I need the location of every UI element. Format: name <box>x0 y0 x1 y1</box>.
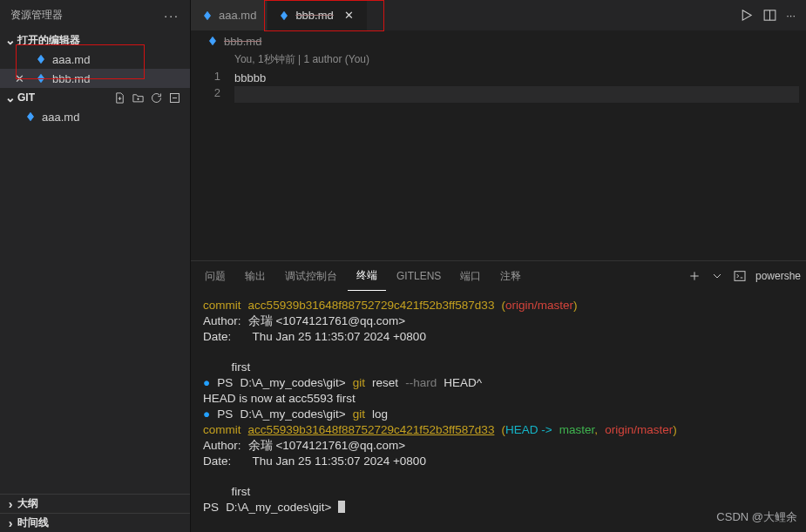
code-line <box>234 86 799 103</box>
explorer-more-icon[interactable]: ··· <box>164 9 179 23</box>
panel-tab-ports[interactable]: 端口 <box>451 261 490 291</box>
open-editor-item[interactable]: aaa.md <box>0 50 190 69</box>
editor-area: aaa.md bbb.md ✕ ··· bbb.md <box>191 0 806 532</box>
git-section[interactable]: ⌄ GIT <box>0 88 190 107</box>
collapse-icon[interactable] <box>168 91 181 104</box>
shell-name[interactable]: powershe <box>755 270 801 282</box>
panel-tab-problems[interactable]: 问题 <box>196 261 234 291</box>
explorer-sidebar: 资源管理器 ··· ⌄ 打开的编辑器 aaa.md ✕ bbb.md ⌄ GIT <box>0 0 191 532</box>
run-icon[interactable] <box>739 8 754 23</box>
code-line: bbbbb <box>234 70 799 86</box>
close-icon[interactable]: ✕ <box>12 71 26 85</box>
panel-tab-gitlens[interactable]: GITLENS <box>388 261 450 291</box>
outline-section[interactable]: › 大纲 <box>0 494 190 513</box>
file-icon <box>35 53 47 65</box>
codelens[interactable]: You, 1秒钟前 | 1 author (You) <box>234 51 799 68</box>
chevron-down-icon[interactable] <box>710 269 724 283</box>
new-terminal-icon[interactable] <box>687 269 701 283</box>
chevron-down-icon: ⌄ <box>3 91 17 104</box>
chevron-right-icon: › <box>3 497 17 511</box>
panel-tab-debug[interactable]: 调试控制台 <box>276 261 346 291</box>
file-name: aaa.md <box>42 111 79 124</box>
terminal-output[interactable]: commit acc55939b31648f88752729c421f52b3f… <box>191 291 806 532</box>
terminal-cursor <box>338 501 345 513</box>
split-editor-icon[interactable] <box>762 8 777 23</box>
open-editors-section[interactable]: ⌄ 打开的编辑器 <box>0 30 190 50</box>
chevron-down-icon: ⌄ <box>3 33 17 47</box>
file-icon <box>278 10 290 22</box>
breadcrumb[interactable]: bbb.md <box>191 30 806 51</box>
editor-tab[interactable]: bbb.md ✕ <box>268 0 367 30</box>
line-gutter: 1 2 <box>191 51 234 260</box>
file-icon <box>35 72 47 84</box>
file-icon <box>207 35 219 47</box>
editor-tab[interactable]: aaa.md <box>191 0 268 30</box>
svg-rect-2 <box>735 272 745 281</box>
tab-bar: aaa.md bbb.md ✕ ··· <box>191 0 806 30</box>
file-tree-item[interactable]: aaa.md <box>0 107 190 126</box>
close-icon[interactable]: ✕ <box>342 9 356 23</box>
terminal-shell-icon[interactable] <box>733 269 747 283</box>
refresh-icon[interactable] <box>150 91 163 104</box>
panel-tab-output[interactable]: 输出 <box>236 261 274 291</box>
chevron-right-icon: › <box>3 516 17 530</box>
new-folder-icon[interactable] <box>132 91 145 104</box>
timeline-section[interactable]: › 时间线 <box>0 513 190 532</box>
new-file-icon[interactable] <box>113 91 126 104</box>
code-area[interactable]: You, 1秒钟前 | 1 author (You) bbbbb <box>234 51 806 260</box>
file-name: aaa.md <box>52 53 90 66</box>
panel-tab-comments[interactable]: 注释 <box>491 261 530 291</box>
bottom-panel: 问题 输出 调试控制台 终端 GITLENS 端口 注释 powershe co… <box>191 260 806 532</box>
explorer-title: 资源管理器 <box>10 8 63 23</box>
more-icon[interactable]: ··· <box>786 9 796 22</box>
open-editor-item[interactable]: ✕ bbb.md <box>0 69 190 88</box>
file-icon <box>201 10 213 22</box>
file-name: bbb.md <box>52 72 90 85</box>
file-icon <box>24 111 37 123</box>
panel-tab-terminal[interactable]: 终端 <box>348 261 386 291</box>
